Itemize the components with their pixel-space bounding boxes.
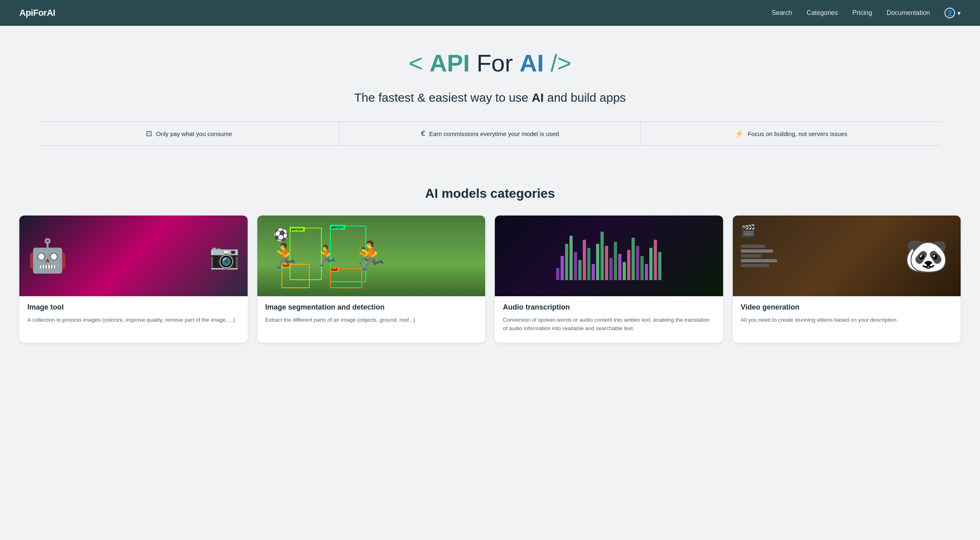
card-audio[interactable]: Audio transcription Conversion of spoken… bbox=[495, 216, 723, 343]
audio-bar bbox=[561, 256, 564, 280]
lightning-icon: ⚡ bbox=[735, 129, 744, 138]
card-segmentation-title: Image segmentation and detection bbox=[265, 303, 477, 312]
panda-icon: 🐼 bbox=[904, 237, 945, 275]
card-segmentation-body: Image segmentation and detection Extract… bbox=[257, 296, 486, 334]
audio-bar bbox=[632, 238, 635, 280]
navbar: ApiForAI Search Categories Pricing Docum… bbox=[0, 0, 980, 26]
subtitle-ai: AI bbox=[532, 91, 544, 104]
brand-logo[interactable]: ApiForAI bbox=[19, 8, 55, 18]
audio-bar bbox=[587, 248, 590, 280]
hero-title: < API For AI /> bbox=[19, 50, 961, 77]
card-audio-title: Audio transcription bbox=[503, 303, 715, 312]
audio-bar bbox=[556, 268, 559, 280]
audio-bar bbox=[596, 244, 599, 280]
card-video-desc: All you need to create stunning videos b… bbox=[741, 316, 953, 324]
audio-bar bbox=[636, 246, 639, 280]
audio-bar bbox=[618, 254, 621, 280]
audio-bars-container bbox=[548, 232, 669, 280]
audio-bar bbox=[609, 258, 613, 280]
audio-bar bbox=[649, 248, 653, 280]
audio-bar bbox=[614, 242, 617, 280]
card-image-tool-body: Image tool A collection to process image… bbox=[19, 296, 248, 334]
nav-categories[interactable]: Categories bbox=[807, 9, 838, 17]
audio-bar bbox=[623, 262, 626, 280]
audio-bar bbox=[640, 256, 644, 280]
hero-subtitle: The fastest & easiest way to use AI and … bbox=[19, 90, 961, 105]
bracket-close: /> bbox=[544, 50, 571, 77]
feature-pay-text: Only pay what you consume bbox=[156, 130, 232, 137]
subtitle-part2: and build apps bbox=[544, 91, 626, 104]
feature-commissions: € Earn commissions everytime your model … bbox=[340, 122, 640, 145]
player2-icon: 🏃 bbox=[314, 244, 339, 268]
card-image-tool-image bbox=[19, 216, 248, 296]
card-image-tool[interactable]: Image tool A collection to process image… bbox=[19, 216, 248, 343]
categories-title: AI models categories bbox=[19, 186, 961, 201]
api-text: API bbox=[430, 50, 470, 77]
feature-pay: ⊡ Only pay what you consume bbox=[39, 122, 340, 145]
audio-bar bbox=[569, 236, 573, 280]
card-segmentation-image: person person ball ball 🏃 🏃 🏃 bbox=[257, 216, 486, 296]
audio-bar bbox=[645, 264, 648, 280]
for-text: For bbox=[470, 50, 519, 77]
audio-bar bbox=[583, 240, 586, 280]
ai-text: AI bbox=[519, 50, 544, 77]
bracket-open: < bbox=[409, 50, 430, 77]
hero-section: < API For AI /> The fastest & easiest wa… bbox=[0, 26, 980, 186]
audio-bar bbox=[574, 252, 577, 280]
card-video-body: Video generation All you need to create … bbox=[733, 296, 961, 334]
audio-bar bbox=[565, 244, 568, 280]
audio-bar bbox=[605, 246, 608, 280]
detection-label-2: person bbox=[330, 225, 345, 230]
audio-bar bbox=[592, 264, 595, 280]
bar-icon: 🎬 bbox=[741, 224, 756, 238]
chevron-down-icon: ▾ bbox=[957, 9, 961, 17]
audio-bar bbox=[658, 252, 661, 280]
user-menu[interactable]: 👤 ▾ bbox=[945, 8, 961, 18]
video-bars bbox=[741, 245, 777, 267]
euro-icon: € bbox=[421, 130, 425, 138]
nav-links: Search Categories Pricing Documentation … bbox=[771, 8, 961, 18]
features-bar: ⊡ Only pay what you consume € Earn commi… bbox=[39, 121, 941, 146]
card-video-title: Video generation bbox=[741, 303, 953, 312]
card-audio-body: Audio transcription Conversion of spoken… bbox=[495, 296, 723, 343]
card-audio-image bbox=[495, 216, 723, 296]
pay-icon: ⊡ bbox=[146, 129, 152, 138]
categories-section: AI models categories Image tool A collec… bbox=[0, 186, 980, 367]
card-segmentation-desc: Extract the different parts of an image … bbox=[265, 316, 477, 324]
subtitle-part1: The fastest & easiest way to use bbox=[354, 91, 532, 104]
player-icon: 🏃 bbox=[269, 242, 300, 270]
card-audio-desc: Conversion of spoken words or audio cont… bbox=[503, 316, 715, 333]
nav-search[interactable]: Search bbox=[771, 9, 792, 17]
card-video-image: 🎬 🐼 bbox=[733, 216, 961, 296]
card-image-tool-desc: A collection to process images (colorize… bbox=[27, 316, 240, 324]
nav-documentation[interactable]: Documentation bbox=[886, 9, 930, 17]
audio-bar bbox=[578, 260, 582, 280]
player3-icon: 🏃 bbox=[354, 247, 374, 266]
feature-commissions-text: Earn commissions everytime your model is… bbox=[429, 130, 559, 137]
detection-label-4: ball bbox=[330, 267, 340, 272]
detection-label-1: person bbox=[290, 227, 305, 232]
cards-grid: Image tool A collection to process image… bbox=[19, 216, 961, 343]
audio-bar bbox=[627, 250, 630, 280]
feature-focus-text: Focus on building, not servers issues bbox=[748, 130, 847, 137]
feature-focus: ⚡ Focus on building, not servers issues bbox=[641, 122, 941, 145]
card-video[interactable]: 🎬 🐼 Video generation All you need to cre… bbox=[733, 216, 961, 343]
card-segmentation[interactable]: person person ball ball 🏃 🏃 🏃 Image segm… bbox=[257, 216, 486, 343]
audio-bar bbox=[601, 232, 604, 280]
nav-pricing[interactable]: Pricing bbox=[852, 9, 872, 17]
card-image-tool-title: Image tool bbox=[27, 303, 240, 312]
user-avatar-icon: 👤 bbox=[945, 8, 955, 18]
audio-bar bbox=[654, 240, 657, 280]
